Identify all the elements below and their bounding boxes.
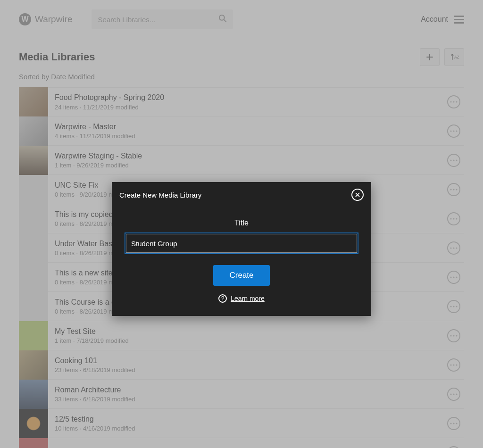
help-icon: ?	[218, 294, 227, 303]
learn-more-link[interactable]: ? Learn more	[218, 294, 265, 307]
title-field-label: Title	[119, 219, 364, 227]
create-button[interactable]: Create	[213, 265, 269, 286]
library-title-input[interactable]	[126, 234, 357, 253]
modal-title: Create New Media Library	[119, 191, 201, 199]
modal-overlay: Create New Media Library Title Create ? …	[0, 0, 483, 448]
learn-more-label: Learn more	[231, 295, 265, 302]
close-button[interactable]	[351, 189, 364, 201]
create-library-modal: Create New Media Library Title Create ? …	[112, 182, 371, 316]
